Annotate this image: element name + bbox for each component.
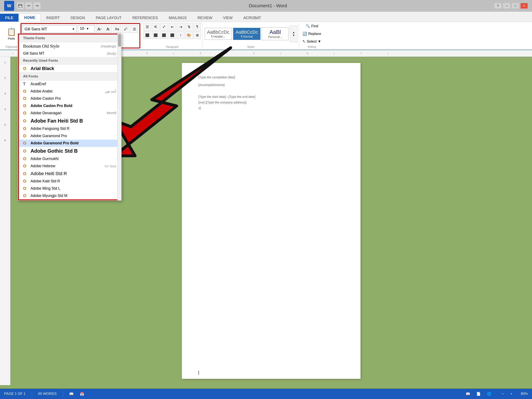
title-bar: W 💾 ↩ ↪ Document1 - Word ? ─ □ ✕ (0, 0, 532, 12)
redo-button[interactable]: ↪ (33, 2, 41, 10)
tab-design[interactable]: DESIGN (65, 14, 90, 22)
all-fonts-header: All Fonts (19, 73, 120, 80)
sort-button[interactable]: ⇅ (185, 23, 193, 31)
font-item-adobe-caslon-pro[interactable]: O Adobe Caslon Pro (19, 95, 120, 102)
font-name-adobe-hebrew: Adobe Hebrew (31, 164, 102, 168)
font-name-dropdown[interactable]: Gill Sans MT ▼ (23, 25, 77, 33)
multilevel-button[interactable]: ⑇ (160, 23, 168, 31)
styles-expand-button[interactable]: ▲▼ (290, 25, 297, 42)
close-button[interactable]: ✕ (520, 3, 528, 9)
paste-label: Paste (8, 37, 15, 40)
undo-button[interactable]: ↩ (25, 2, 32, 10)
tab-review[interactable]: REVIEW (192, 14, 217, 22)
tab-acrobat[interactable]: ACROBAT (238, 14, 266, 22)
font-item-adobe-myungjo[interactable]: O Adobe Myungjo Std M (19, 192, 120, 200)
zoom-slider-label: ─ (502, 392, 504, 396)
help-button[interactable]: ? (494, 3, 502, 9)
align-right-button[interactable]: ⬛ (160, 31, 168, 39)
style-personal[interactable]: AaBl Personal... (262, 27, 289, 40)
tab-pagelayout[interactable]: PAGE LAYOUT (91, 14, 127, 22)
word-logo: W (4, 1, 14, 11)
font-item-adobe-hebrew[interactable]: O Adobe Hebrew אבגד הוז (19, 162, 120, 170)
line-spacing-button[interactable]: ↕ (177, 31, 184, 39)
font-dropdown[interactable]: Theme Fonts Bookman Old Style (Headings)… (18, 33, 121, 201)
tab-mailings[interactable]: MAILINGS (164, 14, 192, 22)
align-center-button[interactable]: ⬛ (152, 31, 159, 39)
numbering-button[interactable]: ⑆ (152, 23, 159, 31)
minimize-button[interactable]: ─ (503, 3, 510, 9)
tab-file[interactable]: FILE (0, 14, 19, 22)
window-controls: ? ─ □ ✕ (494, 3, 528, 9)
style-normal[interactable]: AaBbCcDc ¶ Normal (233, 28, 261, 40)
scrollbar-thumb[interactable] (118, 34, 121, 47)
tab-view[interactable]: VIEW (218, 14, 238, 22)
doc-line-5: s] (198, 106, 344, 110)
font-item-adobe-fan-heiti[interactable]: O Adobe Fan Heiti Std B (19, 117, 120, 125)
tab-insert[interactable]: INSERT (41, 14, 65, 22)
font-item-acaderef[interactable]: T AcadEref (19, 80, 120, 88)
restore-button[interactable]: □ (512, 3, 519, 9)
bullets-button[interactable]: ☰ (131, 25, 138, 33)
font-case-button[interactable]: Aa (113, 25, 121, 33)
font-item-adobe-caslon-bold[interactable]: O Adobe Caslon Pro Bold (19, 102, 120, 109)
web-layout-icon[interactable]: 🌐 (487, 392, 491, 396)
zoom-in-button[interactable]: + (510, 392, 513, 396)
vertical-ruler: 1 2 3 4 5 6 (0, 57, 10, 385)
replace-label: Replace (308, 32, 321, 36)
replace-button[interactable]: 🔄 Replace (301, 31, 323, 37)
font-item-adobe-garamond[interactable]: O Adobe Garamond Pro (19, 132, 120, 140)
shading-button[interactable]: 🎨 (185, 31, 193, 39)
font-item-bookman[interactable]: Bookman Old Style (Headings) (19, 42, 120, 50)
font-item-adobe-gurmukhi[interactable]: O Adobe Gurmukhi (19, 155, 120, 162)
tab-references[interactable]: REFERENCES (127, 14, 163, 22)
font-tag-gillsans: (Body) (107, 52, 116, 55)
document-page[interactable]: [Type the completion date] [Accomplishme… (182, 63, 361, 379)
font-name-arial-black: Arial Black (31, 66, 116, 71)
dropdown-scrollbar[interactable] (117, 34, 121, 200)
adobe-myungjo-icon: O (23, 193, 28, 198)
font-dropdown-inner: Theme Fonts Bookman Old Style (Headings)… (18, 34, 121, 200)
paste-button[interactable]: 📋 Paste (4, 27, 19, 41)
clear-formatting-button[interactable]: 🖊 (122, 25, 129, 33)
font-size-input[interactable]: 10 ▼ (78, 25, 95, 33)
save-button[interactable]: 💾 (17, 2, 24, 10)
font-name-adobe-heiti: Adobe Heiti Std R (31, 171, 116, 176)
status-sep-2 (63, 391, 63, 397)
adobe-heiti-icon: O (23, 171, 28, 176)
font-item-adobe-garamond-bold[interactable]: O Adobe Garamond Pro Bold (19, 140, 120, 147)
doc-line-1: [Type the completion date] (198, 75, 344, 79)
font-shrink-button[interactable]: A- (105, 25, 112, 33)
align-left-button[interactable]: ⬛ (144, 31, 151, 39)
read-mode-icon[interactable]: 📖 (466, 392, 470, 396)
tab-home[interactable]: HOME (19, 14, 40, 22)
font-name-adobe-caslon-bold: Adobe Caslon Pro Bold (31, 104, 116, 108)
clipboard-label: Clipboard (4, 44, 19, 48)
font-name-adobe-gurmukhi: Adobe Gurmukhi (31, 157, 116, 161)
font-item-adobe-ming[interactable]: O Adobe Ming Std L (19, 185, 120, 192)
editing-section: 🔍 Find 🔄 Replace ↖ Select ▼ Editing (299, 23, 324, 48)
decrease-indent-button[interactable]: ⇤ (169, 23, 176, 31)
font-item-adobe-arabic[interactable]: O Adobe Arabic أبجد هوز (19, 88, 120, 95)
doc-line-3: [Type the start date] –[Type the end dat… (198, 95, 344, 99)
font-item-gillsans[interactable]: Gill Sans MT (Body) (19, 50, 120, 57)
select-button[interactable]: ↖ Select ▼ (301, 38, 323, 44)
font-item-adobe-kaiti[interactable]: O Adobe Kaiti Std R (19, 178, 120, 185)
print-layout-icon[interactable]: 📄 (476, 392, 481, 396)
font-grow-button[interactable]: A+ (96, 25, 103, 33)
style-header[interactable]: AaBbCcDc ¶ Header... (204, 28, 232, 40)
justify-button[interactable]: ⬛ (169, 31, 176, 39)
borders-button[interactable]: ⊞ (193, 31, 201, 39)
font-item-adobe-fangsong[interactable]: O Adobe Fangsong Std R (19, 125, 120, 132)
font-name-adobe-kaiti: Adobe Kaiti Std R (31, 179, 116, 183)
font-item-adobe-heiti[interactable]: O Adobe Heiti Std R (19, 170, 120, 178)
font-name-adobe-garamond: Adobe Garamond Pro (31, 134, 116, 138)
font-item-adobe-gothic[interactable]: O Adobe Gothic Std B (19, 147, 120, 155)
bullets-list-button[interactable]: ☰ (144, 23, 151, 31)
show-marks-button[interactable]: ¶ (193, 23, 201, 31)
increase-indent-button[interactable]: ⇥ (177, 23, 184, 31)
font-item-adobe-devanagari[interactable]: O Adobe Devanagari देवनागरी (19, 109, 120, 117)
ribbon-tabs: FILE HOME INSERT DESIGN PAGE LAYOUT REFE… (0, 12, 532, 22)
find-button[interactable]: 🔍 Find (304, 23, 320, 29)
font-item-arial-black[interactable]: O Arial Black (19, 65, 120, 73)
font-name-bookman: Bookman Old Style (23, 44, 99, 49)
